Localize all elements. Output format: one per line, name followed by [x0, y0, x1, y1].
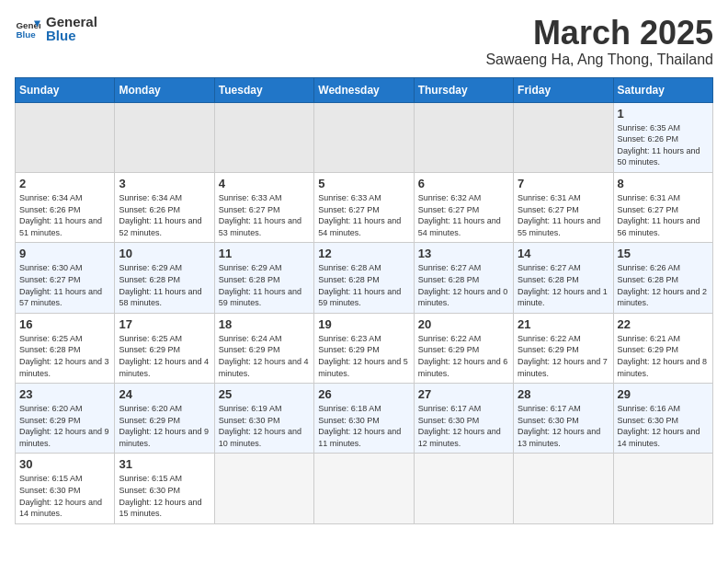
day-info: Sunrise: 6:18 AMSunset: 6:30 PMDaylight:… [318, 403, 409, 449]
day-info: Sunrise: 6:33 AMSunset: 6:27 PMDaylight:… [219, 192, 310, 238]
day-info: Sunrise: 6:27 AMSunset: 6:28 PMDaylight:… [518, 262, 609, 308]
day-info: Sunrise: 6:31 AMSunset: 6:27 PMDaylight:… [518, 192, 609, 238]
day-info: Sunrise: 6:24 AMSunset: 6:29 PMDaylight:… [219, 333, 310, 379]
calendar-week-row: 23Sunrise: 6:20 AMSunset: 6:29 PMDayligh… [16, 384, 713, 454]
calendar-week-row: 30Sunrise: 6:15 AMSunset: 6:30 PMDayligh… [16, 454, 713, 523]
table-row: 4Sunrise: 6:33 AMSunset: 6:27 PMDaylight… [214, 172, 313, 242]
table-row: 14Sunrise: 6:27 AMSunset: 6:28 PMDayligh… [514, 243, 613, 313]
day-info: Sunrise: 6:22 AMSunset: 6:29 PMDaylight:… [418, 333, 509, 379]
day-info: Sunrise: 6:29 AMSunset: 6:28 PMDaylight:… [219, 262, 310, 308]
day-number: 23 [19, 387, 110, 401]
table-row: 9Sunrise: 6:30 AMSunset: 6:27 PMDaylight… [16, 243, 115, 313]
day-number: 20 [418, 317, 509, 331]
day-info: Sunrise: 6:25 AMSunset: 6:28 PMDaylight:… [19, 333, 110, 379]
table-row: 16Sunrise: 6:25 AMSunset: 6:28 PMDayligh… [16, 313, 115, 383]
day-info: Sunrise: 6:33 AMSunset: 6:27 PMDaylight:… [318, 192, 409, 238]
day-number: 7 [518, 177, 609, 190]
day-number: 27 [418, 387, 509, 401]
table-row [115, 102, 214, 172]
table-row: 24Sunrise: 6:20 AMSunset: 6:29 PMDayligh… [115, 384, 214, 454]
day-number: 24 [119, 387, 210, 401]
day-number: 19 [318, 317, 409, 331]
day-info: Sunrise: 6:22 AMSunset: 6:29 PMDaylight:… [518, 333, 609, 379]
day-number: 18 [219, 317, 310, 331]
table-row: 22Sunrise: 6:21 AMSunset: 6:29 PMDayligh… [613, 313, 712, 383]
table-row: 15Sunrise: 6:26 AMSunset: 6:28 PMDayligh… [613, 243, 712, 313]
day-number: 14 [518, 247, 609, 260]
day-info: Sunrise: 6:19 AMSunset: 6:30 PMDaylight:… [219, 403, 310, 449]
day-number: 10 [119, 247, 210, 260]
table-row: 3Sunrise: 6:34 AMSunset: 6:26 PMDaylight… [115, 172, 214, 242]
day-number: 12 [318, 247, 409, 260]
day-number: 5 [318, 177, 409, 190]
day-number: 11 [219, 247, 310, 260]
table-row [16, 102, 115, 172]
day-info: Sunrise: 6:35 AMSunset: 6:26 PMDaylight:… [618, 122, 709, 168]
table-row: 8Sunrise: 6:31 AMSunset: 6:27 PMDaylight… [613, 172, 712, 242]
day-info: Sunrise: 6:15 AMSunset: 6:30 PMDaylight:… [19, 473, 110, 519]
day-info: Sunrise: 6:28 AMSunset: 6:28 PMDaylight:… [318, 262, 409, 308]
day-info: Sunrise: 6:25 AMSunset: 6:29 PMDaylight:… [119, 333, 210, 379]
logo: General Blue General Blue [15, 15, 97, 42]
day-number: 4 [219, 177, 310, 190]
svg-text:Blue: Blue [16, 29, 36, 40]
day-info: Sunrise: 6:23 AMSunset: 6:29 PMDaylight:… [318, 333, 409, 379]
table-row: 13Sunrise: 6:27 AMSunset: 6:28 PMDayligh… [414, 243, 513, 313]
table-row [214, 454, 313, 523]
calendar-table: Sunday Monday Tuesday Wednesday Thursday… [15, 77, 713, 524]
table-row: 27Sunrise: 6:17 AMSunset: 6:30 PMDayligh… [414, 384, 513, 454]
table-row [613, 454, 712, 523]
table-row: 28Sunrise: 6:17 AMSunset: 6:30 PMDayligh… [514, 384, 613, 454]
day-info: Sunrise: 6:20 AMSunset: 6:29 PMDaylight:… [19, 403, 110, 449]
table-row: 1Sunrise: 6:35 AMSunset: 6:26 PMDaylight… [613, 102, 712, 172]
col-wednesday: Wednesday [314, 77, 414, 102]
month-title: March 2025 [485, 15, 713, 52]
day-number: 8 [618, 177, 709, 190]
day-number: 2 [19, 177, 110, 190]
day-info: Sunrise: 6:17 AMSunset: 6:30 PMDaylight:… [418, 403, 509, 449]
col-tuesday: Tuesday [214, 77, 313, 102]
table-row: 31Sunrise: 6:15 AMSunset: 6:30 PMDayligh… [115, 454, 214, 523]
table-row: 26Sunrise: 6:18 AMSunset: 6:30 PMDayligh… [314, 384, 414, 454]
table-row: 6Sunrise: 6:32 AMSunset: 6:27 PMDaylight… [414, 172, 513, 242]
col-friday: Friday [514, 77, 613, 102]
table-row: 25Sunrise: 6:19 AMSunset: 6:30 PMDayligh… [214, 384, 313, 454]
day-number: 6 [418, 177, 509, 190]
day-number: 21 [518, 317, 609, 331]
calendar-header-row: Sunday Monday Tuesday Wednesday Thursday… [16, 77, 713, 102]
table-row: 2Sunrise: 6:34 AMSunset: 6:26 PMDaylight… [16, 172, 115, 242]
day-number: 3 [119, 177, 210, 190]
table-row: 29Sunrise: 6:16 AMSunset: 6:30 PMDayligh… [613, 384, 712, 454]
table-row: 10Sunrise: 6:29 AMSunset: 6:28 PMDayligh… [115, 243, 214, 313]
calendar-week-row: 2Sunrise: 6:34 AMSunset: 6:26 PMDaylight… [16, 172, 713, 242]
day-info: Sunrise: 6:21 AMSunset: 6:29 PMDaylight:… [618, 333, 709, 379]
day-number: 25 [219, 387, 310, 401]
day-info: Sunrise: 6:32 AMSunset: 6:27 PMDaylight:… [418, 192, 509, 238]
day-number: 26 [318, 387, 409, 401]
calendar-week-row: 1Sunrise: 6:35 AMSunset: 6:26 PMDaylight… [16, 102, 713, 172]
day-info: Sunrise: 6:34 AMSunset: 6:26 PMDaylight:… [19, 192, 110, 238]
table-row [314, 454, 414, 523]
table-row: 5Sunrise: 6:33 AMSunset: 6:27 PMDaylight… [314, 172, 414, 242]
day-number: 17 [119, 317, 210, 331]
table-row: 11Sunrise: 6:29 AMSunset: 6:28 PMDayligh… [214, 243, 313, 313]
day-number: 15 [618, 247, 709, 260]
day-number: 28 [518, 387, 609, 401]
calendar-week-row: 9Sunrise: 6:30 AMSunset: 6:27 PMDaylight… [16, 243, 713, 313]
logo-icon: General Blue [15, 16, 40, 41]
col-sunday: Sunday [16, 77, 115, 102]
header: General Blue General Blue March 2025 Saw… [15, 15, 713, 68]
table-row: 20Sunrise: 6:22 AMSunset: 6:29 PMDayligh… [414, 313, 513, 383]
logo-blue-text: Blue [46, 29, 97, 42]
day-number: 31 [119, 457, 210, 471]
table-row [514, 102, 613, 172]
day-number: 9 [19, 247, 110, 260]
day-number: 16 [19, 317, 110, 331]
table-row: 23Sunrise: 6:20 AMSunset: 6:29 PMDayligh… [16, 384, 115, 454]
table-row [514, 454, 613, 523]
logo-general-text: General [46, 15, 97, 29]
table-row [414, 102, 513, 172]
table-row [214, 102, 313, 172]
day-info: Sunrise: 6:16 AMSunset: 6:30 PMDaylight:… [618, 403, 709, 449]
day-number: 13 [418, 247, 509, 260]
